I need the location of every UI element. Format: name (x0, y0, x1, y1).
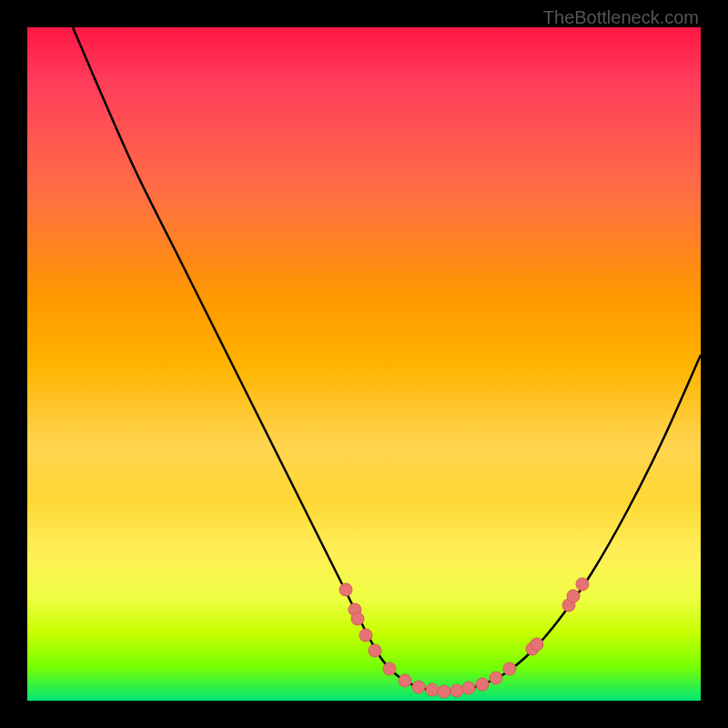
watermark-text: TheBottleneck.com (543, 7, 699, 28)
data-marker (476, 678, 489, 691)
data-marker (399, 674, 411, 687)
data-marker (531, 638, 543, 651)
data-marker (490, 672, 502, 684)
data-marker (450, 684, 463, 697)
data-marker (462, 682, 475, 694)
data-marker (369, 644, 381, 657)
bottleneck-curve-line (73, 27, 701, 692)
data-marker (576, 578, 589, 591)
data-marker (567, 590, 580, 602)
data-marker (359, 629, 372, 642)
data-marker (383, 662, 396, 675)
data-marker (426, 683, 439, 696)
data-marker (351, 612, 364, 625)
data-markers-group (339, 578, 589, 698)
data-marker (412, 681, 425, 693)
data-marker (503, 662, 516, 675)
data-marker (339, 583, 352, 596)
data-marker (438, 685, 450, 698)
bottleneck-chart (27, 27, 701, 701)
